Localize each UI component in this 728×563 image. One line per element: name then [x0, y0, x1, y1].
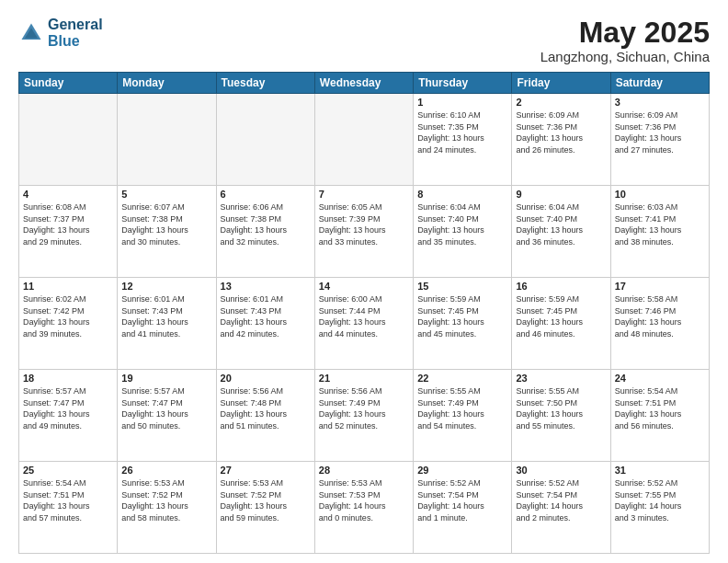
day-number: 3 — [615, 97, 705, 108]
day-cell: 10Sunrise: 6:03 AM Sunset: 7:41 PM Dayli… — [610, 186, 709, 278]
month-title: May 2025 — [540, 17, 710, 49]
day-cell: 24Sunrise: 5:54 AM Sunset: 7:51 PM Dayli… — [610, 370, 709, 462]
day-number: 30 — [516, 465, 606, 476]
day-number: 31 — [615, 465, 705, 476]
week-row-0: 1Sunrise: 6:10 AM Sunset: 7:35 PM Daylig… — [19, 94, 710, 186]
day-number: 6 — [221, 189, 311, 200]
day-number: 12 — [121, 281, 211, 292]
day-detail: Sunrise: 6:10 AM Sunset: 7:35 PM Dayligh… — [417, 109, 507, 155]
day-detail: Sunrise: 5:55 AM Sunset: 7:50 PM Dayligh… — [516, 385, 606, 431]
week-row-4: 25Sunrise: 5:54 AM Sunset: 7:51 PM Dayli… — [19, 462, 710, 554]
day-detail: Sunrise: 6:01 AM Sunset: 7:43 PM Dayligh… — [221, 293, 311, 339]
day-number: 21 — [319, 373, 409, 384]
day-cell: 9Sunrise: 6:04 AM Sunset: 7:40 PM Daylig… — [512, 186, 610, 278]
day-number: 22 — [417, 373, 507, 384]
day-cell: 6Sunrise: 6:06 AM Sunset: 7:38 PM Daylig… — [216, 186, 314, 278]
week-row-1: 4Sunrise: 6:08 AM Sunset: 7:37 PM Daylig… — [19, 186, 710, 278]
weekday-header-wednesday: Wednesday — [314, 73, 413, 94]
weekday-header-friday: Friday — [512, 73, 610, 94]
day-detail: Sunrise: 5:53 AM Sunset: 7:52 PM Dayligh… — [221, 477, 311, 523]
day-cell: 11Sunrise: 6:02 AM Sunset: 7:42 PM Dayli… — [19, 278, 118, 370]
day-number: 27 — [221, 465, 311, 476]
day-cell — [19, 94, 118, 186]
day-detail: Sunrise: 6:09 AM Sunset: 7:36 PM Dayligh… — [615, 109, 705, 155]
day-detail: Sunrise: 5:57 AM Sunset: 7:47 PM Dayligh… — [121, 385, 211, 431]
location: Langzhong, Sichuan, China — [540, 49, 710, 64]
day-detail: Sunrise: 5:55 AM Sunset: 7:49 PM Dayligh… — [417, 385, 507, 431]
day-cell: 27Sunrise: 5:53 AM Sunset: 7:52 PM Dayli… — [216, 462, 314, 554]
day-detail: Sunrise: 5:52 AM Sunset: 7:54 PM Dayligh… — [516, 477, 606, 523]
day-number: 26 — [121, 465, 211, 476]
title-section: May 2025 Langzhong, Sichuan, China — [540, 17, 710, 64]
day-detail: Sunrise: 6:09 AM Sunset: 7:36 PM Dayligh… — [516, 109, 606, 155]
day-cell: 15Sunrise: 5:59 AM Sunset: 7:45 PM Dayli… — [414, 278, 512, 370]
weekday-header-monday: Monday — [118, 73, 216, 94]
day-number: 17 — [615, 281, 705, 292]
day-cell: 2Sunrise: 6:09 AM Sunset: 7:36 PM Daylig… — [512, 94, 610, 186]
day-cell: 29Sunrise: 5:52 AM Sunset: 7:54 PM Dayli… — [414, 462, 512, 554]
day-cell: 3Sunrise: 6:09 AM Sunset: 7:36 PM Daylig… — [610, 94, 709, 186]
day-number: 25 — [23, 465, 113, 476]
day-detail: Sunrise: 6:08 AM Sunset: 7:37 PM Dayligh… — [23, 201, 113, 247]
day-detail: Sunrise: 6:05 AM Sunset: 7:39 PM Dayligh… — [319, 201, 409, 247]
day-cell: 13Sunrise: 6:01 AM Sunset: 7:43 PM Dayli… — [216, 278, 314, 370]
logo-text-general: General — [48, 17, 103, 33]
day-cell: 5Sunrise: 6:07 AM Sunset: 7:38 PM Daylig… — [118, 186, 216, 278]
day-number: 1 — [417, 97, 507, 108]
day-number: 14 — [319, 281, 409, 292]
day-detail: Sunrise: 6:02 AM Sunset: 7:42 PM Dayligh… — [23, 293, 113, 339]
day-number: 2 — [516, 97, 606, 108]
day-cell — [314, 94, 413, 186]
day-number: 18 — [23, 373, 113, 384]
day-cell: 21Sunrise: 5:56 AM Sunset: 7:49 PM Dayli… — [314, 370, 413, 462]
day-number: 24 — [615, 373, 705, 384]
day-cell: 18Sunrise: 5:57 AM Sunset: 7:47 PM Dayli… — [19, 370, 118, 462]
day-cell: 25Sunrise: 5:54 AM Sunset: 7:51 PM Dayli… — [19, 462, 118, 554]
day-number: 29 — [417, 465, 507, 476]
day-detail: Sunrise: 6:00 AM Sunset: 7:44 PM Dayligh… — [319, 293, 409, 339]
day-cell: 12Sunrise: 6:01 AM Sunset: 7:43 PM Dayli… — [118, 278, 216, 370]
day-number: 11 — [23, 281, 113, 292]
day-cell: 22Sunrise: 5:55 AM Sunset: 7:49 PM Dayli… — [414, 370, 512, 462]
weekday-header-sunday: Sunday — [19, 73, 118, 94]
day-detail: Sunrise: 5:53 AM Sunset: 7:53 PM Dayligh… — [319, 477, 409, 523]
day-detail: Sunrise: 5:57 AM Sunset: 7:47 PM Dayligh… — [23, 385, 113, 431]
day-number: 5 — [121, 189, 211, 200]
day-number: 13 — [221, 281, 311, 292]
logo-icon — [18, 20, 44, 46]
weekday-header-tuesday: Tuesday — [216, 73, 314, 94]
day-number: 10 — [615, 189, 705, 200]
day-detail: Sunrise: 6:01 AM Sunset: 7:43 PM Dayligh… — [121, 293, 211, 339]
day-cell — [216, 94, 314, 186]
day-cell: 30Sunrise: 5:52 AM Sunset: 7:54 PM Dayli… — [512, 462, 610, 554]
weekday-header-thursday: Thursday — [414, 73, 512, 94]
day-detail: Sunrise: 5:54 AM Sunset: 7:51 PM Dayligh… — [615, 385, 705, 431]
day-number: 8 — [417, 189, 507, 200]
day-detail: Sunrise: 5:52 AM Sunset: 7:55 PM Dayligh… — [615, 477, 705, 523]
day-number: 19 — [121, 373, 211, 384]
day-cell: 23Sunrise: 5:55 AM Sunset: 7:50 PM Dayli… — [512, 370, 610, 462]
day-cell: 8Sunrise: 6:04 AM Sunset: 7:40 PM Daylig… — [414, 186, 512, 278]
day-cell — [118, 94, 216, 186]
week-row-2: 11Sunrise: 6:02 AM Sunset: 7:42 PM Dayli… — [19, 278, 710, 370]
day-cell: 31Sunrise: 5:52 AM Sunset: 7:55 PM Dayli… — [610, 462, 709, 554]
day-cell: 17Sunrise: 5:58 AM Sunset: 7:46 PM Dayli… — [610, 278, 709, 370]
day-detail: Sunrise: 6:06 AM Sunset: 7:38 PM Dayligh… — [221, 201, 311, 247]
day-detail: Sunrise: 5:54 AM Sunset: 7:51 PM Dayligh… — [23, 477, 113, 523]
day-cell: 1Sunrise: 6:10 AM Sunset: 7:35 PM Daylig… — [414, 94, 512, 186]
day-number: 16 — [516, 281, 606, 292]
day-detail: Sunrise: 6:07 AM Sunset: 7:38 PM Dayligh… — [121, 201, 211, 247]
calendar-table: SundayMondayTuesdayWednesdayThursdayFrid… — [18, 72, 710, 554]
day-detail: Sunrise: 6:04 AM Sunset: 7:40 PM Dayligh… — [516, 201, 606, 247]
day-detail: Sunrise: 5:59 AM Sunset: 7:45 PM Dayligh… — [516, 293, 606, 339]
weekday-header-row: SundayMondayTuesdayWednesdayThursdayFrid… — [19, 73, 710, 94]
day-detail: Sunrise: 5:52 AM Sunset: 7:54 PM Dayligh… — [417, 477, 507, 523]
day-number: 4 — [23, 189, 113, 200]
day-number: 20 — [221, 373, 311, 384]
day-cell: 19Sunrise: 5:57 AM Sunset: 7:47 PM Dayli… — [118, 370, 216, 462]
day-detail: Sunrise: 5:53 AM Sunset: 7:52 PM Dayligh… — [121, 477, 211, 523]
logo-text-blue: Blue — [48, 33, 103, 50]
weekday-header-saturday: Saturday — [610, 73, 709, 94]
day-cell: 28Sunrise: 5:53 AM Sunset: 7:53 PM Dayli… — [314, 462, 413, 554]
day-number: 7 — [319, 189, 409, 200]
